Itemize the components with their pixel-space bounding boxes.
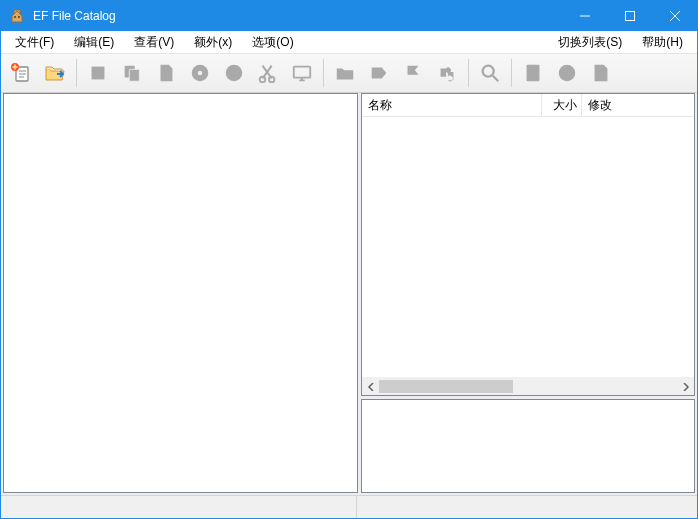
svg-point-14: [483, 66, 494, 77]
open-folder-button[interactable]: [39, 57, 71, 89]
tree-view[interactable]: [3, 93, 358, 493]
left-pane: [3, 93, 358, 493]
status-cell-right: [357, 496, 697, 518]
circle-icon: [223, 62, 245, 84]
status-cell-left: [1, 496, 357, 518]
copy-button[interactable]: [116, 57, 148, 89]
window-title: EF File Catalog: [33, 1, 562, 31]
folder-icon: [334, 62, 356, 84]
folder-open-icon: [43, 61, 67, 85]
app-window: EF File Catalog 文件(F) 编辑(E) 查看(V) 额外(x) …: [0, 0, 698, 519]
scissors-icon: [257, 62, 279, 84]
content-area: 名称 大小 修改: [1, 93, 697, 495]
menu-extra[interactable]: 额外(x): [184, 32, 242, 53]
disc-icon: [189, 62, 211, 84]
disc-button[interactable]: [184, 57, 216, 89]
document-button[interactable]: [150, 57, 182, 89]
copy-icon: [121, 62, 143, 84]
scroll-left-arrow[interactable]: [362, 378, 379, 395]
list-body[interactable]: [362, 117, 694, 377]
svg-rect-5: [92, 67, 105, 80]
flag-button[interactable]: [397, 57, 429, 89]
svg-point-12: [269, 77, 275, 83]
tree-new-icon: [9, 61, 33, 85]
refresh-button[interactable]: [551, 57, 583, 89]
svg-point-10: [226, 65, 243, 82]
toolbar-separator: [511, 59, 512, 87]
puzzle-button[interactable]: [431, 57, 463, 89]
maximize-button[interactable]: [607, 1, 652, 31]
page-arrow-icon: [590, 62, 612, 84]
search-button[interactable]: [474, 57, 506, 89]
toolbar: [1, 54, 697, 93]
scroll-track[interactable]: [379, 378, 677, 395]
preview-pane[interactable]: [361, 399, 695, 493]
scroll-right-arrow[interactable]: [677, 378, 694, 395]
svg-point-11: [260, 77, 266, 83]
menu-view[interactable]: 查看(V): [124, 32, 184, 53]
list-header: 名称 大小 修改: [362, 94, 694, 117]
column-modified[interactable]: 修改: [582, 94, 694, 116]
column-size[interactable]: 大小: [542, 94, 582, 116]
statusbar: [1, 495, 697, 518]
screen-button[interactable]: [286, 57, 318, 89]
tag-button[interactable]: [363, 57, 395, 89]
stop-button[interactable]: [82, 57, 114, 89]
folder-button[interactable]: [329, 57, 361, 89]
menu-help[interactable]: 帮助(H): [632, 32, 693, 53]
menubar: 文件(F) 编辑(E) 查看(V) 额外(x) 选项(O) 切换列表(S) 帮助…: [1, 31, 697, 54]
list-view[interactable]: 名称 大小 修改: [361, 93, 695, 396]
svg-rect-13: [294, 67, 311, 78]
scroll-thumb[interactable]: [379, 380, 513, 393]
circle-solid-icon: [556, 62, 578, 84]
stop-icon: [87, 62, 109, 84]
properties-button[interactable]: [517, 57, 549, 89]
toolbar-separator: [468, 59, 469, 87]
monitor-icon: [291, 62, 313, 84]
svg-rect-7: [129, 69, 139, 81]
svg-point-16: [559, 65, 576, 82]
svg-point-1: [18, 16, 20, 18]
page-icon: [522, 62, 544, 84]
tag-icon: [368, 62, 390, 84]
toolbar-separator: [323, 59, 324, 87]
document-icon: [155, 62, 177, 84]
cut-button[interactable]: [252, 57, 284, 89]
svg-rect-15: [527, 65, 540, 82]
menu-switch-list[interactable]: 切换列表(S): [548, 32, 632, 53]
search-icon: [479, 62, 501, 84]
app-icon: [7, 6, 27, 26]
column-name[interactable]: 名称: [362, 94, 542, 116]
svg-point-0: [14, 16, 16, 18]
menu-options[interactable]: 选项(O): [242, 32, 303, 53]
toolbar-separator: [76, 59, 77, 87]
menu-file[interactable]: 文件(F): [5, 32, 64, 53]
close-button[interactable]: [652, 1, 697, 31]
minimize-button[interactable]: [562, 1, 607, 31]
right-pane: 名称 大小 修改: [361, 93, 695, 493]
record-button[interactable]: [218, 57, 250, 89]
menu-edit[interactable]: 编辑(E): [64, 32, 124, 53]
flag-icon: [402, 62, 424, 84]
puzzle-icon: [436, 62, 458, 84]
horizontal-scrollbar[interactable]: [362, 377, 694, 395]
new-catalog-button[interactable]: [5, 57, 37, 89]
export-button[interactable]: [585, 57, 617, 89]
svg-rect-2: [625, 12, 634, 21]
window-controls: [562, 1, 697, 31]
svg-point-9: [198, 71, 203, 76]
titlebar: EF File Catalog: [1, 1, 697, 31]
